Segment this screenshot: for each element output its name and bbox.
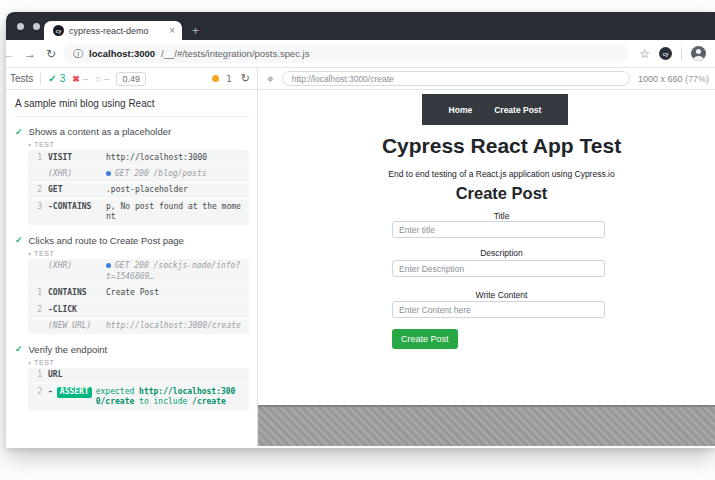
tab-close-icon[interactable]: × xyxy=(169,25,175,36)
header-divider xyxy=(40,73,41,85)
rerun-tests-icon[interactable]: ↻ xyxy=(241,72,250,85)
url-host: localhost:3000 xyxy=(89,48,155,59)
browser-toolbar: ← → ↻ ⓘ localhost:3000/__/#/tests/integr… xyxy=(6,40,715,68)
new-url-row[interactable]: (NEW URL) http://localhost:3000/create xyxy=(28,319,249,335)
failed-cross-icon: ✖ xyxy=(72,74,80,84)
test-passed-icon: ✓ xyxy=(15,344,23,354)
address-bar[interactable]: ⓘ localhost:3000/__/#/tests/integration/… xyxy=(63,44,629,63)
caret-down-icon: ▾ xyxy=(28,250,31,257)
running-count: 1 xyxy=(226,73,232,84)
page-info-icon[interactable]: ⓘ xyxy=(73,47,83,61)
form-title: Create Post xyxy=(258,184,715,203)
cypress-favicon-icon: cy xyxy=(53,25,64,36)
test-passed-icon: ✓ xyxy=(15,127,23,137)
assert-message: expected http://localhost:3000/create to… xyxy=(96,387,244,408)
reporter-header: Tests ✓ 3 ✖ – ○ – 0.49 1 ↻ xyxy=(6,68,258,89)
field-label-title: Title xyxy=(258,211,715,221)
reload-icon[interactable]: ↻ xyxy=(41,48,61,60)
command-row[interactable]: 1 URL xyxy=(28,368,249,384)
runner-body: A sample mini blog using React ✓ Shows a… xyxy=(6,90,715,446)
test-title-row[interactable]: ✓ Shows a content as a placeholder xyxy=(15,126,249,137)
profile-avatar-icon[interactable] xyxy=(691,46,706,61)
create-post-button[interactable]: Create Post xyxy=(392,329,458,349)
window-control-dot[interactable] xyxy=(33,23,40,30)
toolbar-right-icons: ☆ cy xyxy=(639,46,706,61)
field-label-content: Write Content xyxy=(258,290,715,300)
title-input[interactable] xyxy=(392,221,605,238)
browser-tab[interactable]: cy cypress-react-demo × xyxy=(44,21,182,40)
window-controls xyxy=(17,23,40,30)
command-log: (XHR) GET 200 /sockjs-node/info?t=154686… xyxy=(28,259,249,335)
running-indicator-icon xyxy=(212,75,219,82)
command-row[interactable]: 2 -CLICK xyxy=(28,302,249,318)
command-log: 1 VISIT http://localhost:3000 (XHR) GET … xyxy=(28,150,249,226)
forward-icon[interactable]: → xyxy=(19,48,41,60)
aut-panel: Home Create Post Cypress React App Test … xyxy=(258,90,715,446)
bookmark-star-icon[interactable]: ☆ xyxy=(639,47,650,61)
nav-link-create-post[interactable]: Create Post xyxy=(494,105,541,115)
command-row[interactable]: 2 GET .post-placeholder xyxy=(28,183,249,199)
command-log-sidebar: A sample mini blog using React ✓ Shows a… xyxy=(6,90,258,446)
command-log: 1 URL 2 - ASSERT expected http://localho… xyxy=(28,368,249,411)
command-row[interactable]: 3 -CONTAINS p, No post found at the mome… xyxy=(28,199,249,226)
xhr-dot-icon xyxy=(106,263,111,268)
caret-down-icon: ▾ xyxy=(28,359,31,366)
xhr-row[interactable]: (XHR) GET 200 /sockjs-node/info?t=154686… xyxy=(28,259,249,286)
browser-tab-strip: cy cypress-react-demo × + xyxy=(6,12,715,40)
stat-passed[interactable]: ✓ 3 xyxy=(48,73,65,84)
test-section-toggle[interactable]: ▾ TEST xyxy=(28,359,249,366)
cypress-runner-header: Tests ✓ 3 ✖ – ○ – 0.49 1 ↻ xyxy=(6,68,715,90)
url-path: /__/#/tests/integration/posts.spec.js xyxy=(161,48,309,59)
extension-icon[interactable]: cy xyxy=(659,47,672,60)
selector-playground-icon[interactable]: ⌖ xyxy=(267,72,274,86)
app-subtitle: End to end testing of a React.js applica… xyxy=(258,169,715,179)
assert-row[interactable]: 2 - ASSERT expected http://localhost:300… xyxy=(28,384,249,411)
app-title: Cypress React App Test xyxy=(258,134,715,158)
run-duration: 0.49 xyxy=(116,72,146,86)
test-section-toggle[interactable]: ▾ TEST xyxy=(28,250,249,257)
passed-check-icon: ✓ xyxy=(48,73,56,84)
stat-pending[interactable]: ○ – xyxy=(95,73,109,84)
aut-url[interactable]: http://localhost:3000/create xyxy=(282,71,630,86)
browser-window: cy cypress-react-demo × + ← → ↻ ⓘ localh… xyxy=(6,12,715,448)
pending-circle-icon: ○ xyxy=(95,74,100,84)
nav-link-home[interactable]: Home xyxy=(449,105,473,115)
field-label-description: Description xyxy=(258,248,715,258)
runner-empty-stripes xyxy=(258,405,715,446)
aut-iframe: Home Create Post Cypress React App Test … xyxy=(258,90,715,446)
desktop: cy cypress-react-demo × + ← → ↻ ⓘ localh… xyxy=(0,0,715,480)
content-input[interactable] xyxy=(392,301,605,318)
test-item: ✓ Shows a content as a placeholder ▾ TES… xyxy=(15,126,249,226)
window-control-dot[interactable] xyxy=(17,23,24,30)
toolbar-divider xyxy=(681,47,682,61)
viewport-size: 1000 x 660 (77%) xyxy=(638,74,709,84)
assert-badge: ASSERT xyxy=(57,387,92,398)
suite-title[interactable]: A sample mini blog using React xyxy=(15,98,249,117)
test-item: ✓ Clicks and route to Create Post page ▾… xyxy=(15,235,249,335)
test-item: ✓ Verify the endpoint ▾ TEST 1 URL xyxy=(15,344,249,411)
test-section-toggle[interactable]: ▾ TEST xyxy=(28,141,249,148)
aut-header: ⌖ http://localhost:3000/create 1000 x 66… xyxy=(258,68,715,89)
back-icon[interactable]: ← xyxy=(6,48,19,60)
caret-down-icon: ▾ xyxy=(28,141,31,148)
xhr-dot-icon xyxy=(106,171,111,176)
app-navbar: Home Create Post xyxy=(422,94,568,125)
tab-title: cypress-react-demo xyxy=(69,26,164,36)
new-tab-button[interactable]: + xyxy=(192,25,199,37)
tests-menu-button[interactable]: Tests xyxy=(10,73,33,84)
xhr-row[interactable]: (XHR) GET 200 /blog/posts xyxy=(28,166,249,182)
stat-failed[interactable]: ✖ – xyxy=(72,73,88,84)
test-title-row[interactable]: ✓ Clicks and route to Create Post page xyxy=(15,235,249,246)
command-row[interactable]: 1 VISIT http://localhost:3000 xyxy=(28,150,249,166)
test-passed-icon: ✓ xyxy=(15,235,23,245)
description-input[interactable] xyxy=(392,260,605,277)
test-title-row[interactable]: ✓ Verify the endpoint xyxy=(15,344,249,355)
command-row[interactable]: 1 CONTAINS Create Post xyxy=(28,286,249,302)
